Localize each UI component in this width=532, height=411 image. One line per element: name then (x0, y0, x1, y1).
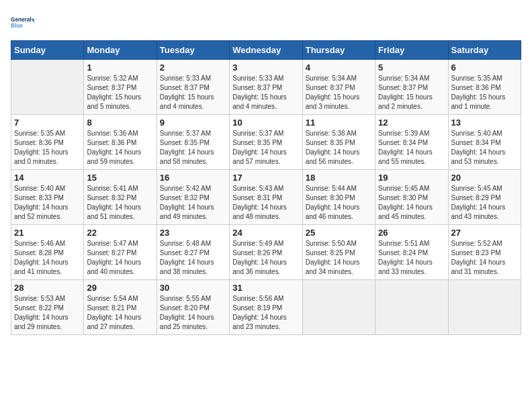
calendar-cell: 22Sunrise: 5:47 AM Sunset: 8:27 PM Dayli… (84, 225, 157, 280)
calendar-cell: 14Sunrise: 5:40 AM Sunset: 8:33 PM Dayli… (11, 170, 84, 225)
day-info: Sunrise: 5:34 AM Sunset: 8:37 PM Dayligh… (306, 74, 372, 111)
weekday-header: Thursday (302, 41, 375, 60)
calendar-cell: 29Sunrise: 5:54 AM Sunset: 8:21 PM Dayli… (84, 280, 157, 335)
day-info: Sunrise: 5:40 AM Sunset: 8:33 PM Dayligh… (14, 184, 81, 222)
calendar-cell: 13Sunrise: 5:40 AM Sunset: 8:34 PM Dayli… (448, 115, 521, 170)
day-info: Sunrise: 5:53 AM Sunset: 8:22 PM Dayligh… (14, 294, 81, 332)
calendar-cell: 1Sunrise: 5:32 AM Sunset: 8:37 PM Daylig… (84, 60, 157, 115)
calendar-body: 1Sunrise: 5:32 AM Sunset: 8:37 PM Daylig… (11, 60, 521, 335)
day-info: Sunrise: 5:35 AM Sunset: 8:36 PM Dayligh… (451, 74, 518, 111)
calendar-week-row: 1Sunrise: 5:32 AM Sunset: 8:37 PM Daylig… (11, 60, 521, 115)
calendar-cell: 21Sunrise: 5:46 AM Sunset: 8:28 PM Dayli… (11, 225, 84, 280)
page-header: GeneralBlue (11, 11, 521, 35)
calendar-cell: 7Sunrise: 5:35 AM Sunset: 8:36 PM Daylig… (11, 115, 84, 170)
calendar-cell: 30Sunrise: 5:55 AM Sunset: 8:20 PM Dayli… (157, 280, 229, 335)
calendar-cell (448, 280, 521, 335)
day-info: Sunrise: 5:47 AM Sunset: 8:27 PM Dayligh… (87, 239, 153, 277)
day-number: 24 (232, 228, 299, 238)
day-info: Sunrise: 5:34 AM Sunset: 8:37 PM Dayligh… (378, 74, 445, 111)
calendar-header: SundayMondayTuesdayWednesdayThursdayFrid… (11, 41, 521, 60)
day-number: 21 (14, 228, 81, 238)
calendar-cell: 25Sunrise: 5:50 AM Sunset: 8:25 PM Dayli… (302, 225, 375, 280)
day-info: Sunrise: 5:33 AM Sunset: 8:37 PM Dayligh… (160, 74, 226, 111)
calendar-cell: 10Sunrise: 5:37 AM Sunset: 8:35 PM Dayli… (230, 115, 302, 170)
calendar-cell (375, 280, 448, 335)
day-info: Sunrise: 5:48 AM Sunset: 8:27 PM Dayligh… (160, 239, 226, 277)
calendar-cell: 6Sunrise: 5:35 AM Sunset: 8:36 PM Daylig… (448, 60, 521, 115)
calendar-cell: 17Sunrise: 5:43 AM Sunset: 8:31 PM Dayli… (230, 170, 302, 225)
day-number: 16 (160, 173, 226, 183)
calendar-cell: 2Sunrise: 5:33 AM Sunset: 8:37 PM Daylig… (157, 60, 229, 115)
day-info: Sunrise: 5:40 AM Sunset: 8:34 PM Dayligh… (451, 129, 518, 167)
day-info: Sunrise: 5:39 AM Sunset: 8:34 PM Dayligh… (378, 129, 445, 167)
calendar-week-row: 21Sunrise: 5:46 AM Sunset: 8:28 PM Dayli… (11, 225, 521, 280)
calendar-cell: 19Sunrise: 5:45 AM Sunset: 8:30 PM Dayli… (375, 170, 448, 225)
calendar-table: SundayMondayTuesdayWednesdayThursdayFrid… (11, 40, 521, 335)
day-info: Sunrise: 5:45 AM Sunset: 8:29 PM Dayligh… (451, 184, 518, 222)
day-number: 15 (87, 173, 153, 183)
weekday-header: Wednesday (230, 41, 302, 60)
day-info: Sunrise: 5:41 AM Sunset: 8:32 PM Dayligh… (87, 184, 153, 222)
calendar-cell: 28Sunrise: 5:53 AM Sunset: 8:22 PM Dayli… (11, 280, 84, 335)
day-info: Sunrise: 5:50 AM Sunset: 8:25 PM Dayligh… (306, 239, 372, 277)
calendar-cell: 26Sunrise: 5:51 AM Sunset: 8:24 PM Dayli… (375, 225, 448, 280)
day-info: Sunrise: 5:45 AM Sunset: 8:30 PM Dayligh… (378, 184, 445, 222)
day-number: 26 (378, 228, 445, 238)
day-number: 31 (232, 283, 299, 293)
day-info: Sunrise: 5:36 AM Sunset: 8:36 PM Dayligh… (87, 129, 153, 167)
day-info: Sunrise: 5:38 AM Sunset: 8:35 PM Dayligh… (306, 129, 372, 167)
day-info: Sunrise: 5:42 AM Sunset: 8:32 PM Dayligh… (160, 184, 226, 222)
calendar-cell: 3Sunrise: 5:33 AM Sunset: 8:37 PM Daylig… (230, 60, 302, 115)
day-number: 7 (14, 118, 81, 128)
day-info: Sunrise: 5:33 AM Sunset: 8:37 PM Dayligh… (232, 74, 299, 111)
weekday-header: Tuesday (157, 41, 229, 60)
day-number: 14 (14, 173, 81, 183)
calendar-cell: 16Sunrise: 5:42 AM Sunset: 8:32 PM Dayli… (157, 170, 229, 225)
day-info: Sunrise: 5:44 AM Sunset: 8:30 PM Dayligh… (306, 184, 372, 222)
calendar-cell: 5Sunrise: 5:34 AM Sunset: 8:37 PM Daylig… (375, 60, 448, 115)
calendar-cell: 8Sunrise: 5:36 AM Sunset: 8:36 PM Daylig… (84, 115, 157, 170)
day-info: Sunrise: 5:51 AM Sunset: 8:24 PM Dayligh… (378, 239, 445, 277)
day-info: Sunrise: 5:52 AM Sunset: 8:23 PM Dayligh… (451, 239, 518, 277)
day-info: Sunrise: 5:43 AM Sunset: 8:31 PM Dayligh… (232, 184, 299, 222)
day-info: Sunrise: 5:37 AM Sunset: 8:35 PM Dayligh… (160, 129, 226, 167)
day-number: 18 (306, 173, 372, 183)
day-number: 29 (87, 283, 153, 293)
calendar-cell (302, 280, 375, 335)
day-number: 8 (87, 118, 153, 128)
calendar-cell: 4Sunrise: 5:34 AM Sunset: 8:37 PM Daylig… (302, 60, 375, 115)
calendar-cell: 20Sunrise: 5:45 AM Sunset: 8:29 PM Dayli… (448, 170, 521, 225)
calendar-cell: 18Sunrise: 5:44 AM Sunset: 8:30 PM Dayli… (302, 170, 375, 225)
calendar-cell (11, 60, 84, 115)
day-number: 19 (378, 173, 445, 183)
weekday-header: Saturday (448, 41, 521, 60)
calendar-cell: 23Sunrise: 5:48 AM Sunset: 8:27 PM Dayli… (157, 225, 229, 280)
day-info: Sunrise: 5:46 AM Sunset: 8:28 PM Dayligh… (14, 239, 81, 277)
day-number: 22 (87, 228, 153, 238)
weekday-header: Friday (375, 41, 448, 60)
day-number: 2 (160, 62, 226, 73)
day-number: 6 (451, 62, 518, 73)
day-number: 3 (232, 62, 299, 73)
day-info: Sunrise: 5:54 AM Sunset: 8:21 PM Dayligh… (87, 294, 153, 332)
calendar-cell: 31Sunrise: 5:56 AM Sunset: 8:19 PM Dayli… (230, 280, 302, 335)
logo: GeneralBlue (11, 11, 35, 35)
day-number: 1 (87, 62, 153, 73)
calendar-cell: 9Sunrise: 5:37 AM Sunset: 8:35 PM Daylig… (157, 115, 229, 170)
day-number: 5 (378, 62, 445, 73)
day-info: Sunrise: 5:32 AM Sunset: 8:37 PM Dayligh… (87, 74, 153, 111)
day-number: 12 (378, 118, 445, 128)
day-info: Sunrise: 5:55 AM Sunset: 8:20 PM Dayligh… (160, 294, 226, 332)
calendar-cell: 15Sunrise: 5:41 AM Sunset: 8:32 PM Dayli… (84, 170, 157, 225)
day-number: 28 (14, 283, 81, 293)
day-number: 10 (232, 118, 299, 128)
day-number: 20 (451, 173, 518, 183)
logo-icon: GeneralBlue (11, 11, 35, 35)
calendar-week-row: 28Sunrise: 5:53 AM Sunset: 8:22 PM Dayli… (11, 280, 521, 335)
day-number: 13 (451, 118, 518, 128)
day-number: 23 (160, 228, 226, 238)
calendar-cell: 27Sunrise: 5:52 AM Sunset: 8:23 PM Dayli… (448, 225, 521, 280)
day-number: 11 (306, 118, 372, 128)
calendar-cell: 24Sunrise: 5:49 AM Sunset: 8:26 PM Dayli… (230, 225, 302, 280)
day-number: 9 (160, 118, 226, 128)
